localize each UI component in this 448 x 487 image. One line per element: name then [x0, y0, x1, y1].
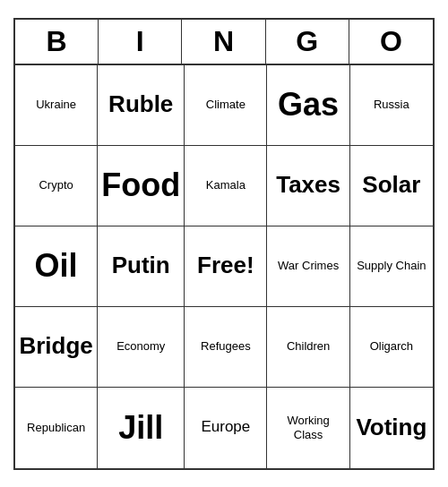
cell-text: Kamala [206, 178, 246, 192]
bingo-cell: Putin [98, 226, 185, 307]
bingo-cell: Kamala [185, 146, 267, 226]
cell-text: Gas [278, 85, 339, 124]
header-letter: I [99, 20, 182, 64]
cell-text: Ruble [108, 90, 173, 118]
bingo-cell: Oil [15, 226, 98, 307]
bingo-cell: Ruble [98, 65, 185, 146]
cell-text: Refugees [201, 339, 251, 354]
cell-text: War Crimes [278, 259, 339, 273]
bingo-cell: Jill [98, 388, 185, 468]
bingo-cell: Solar [350, 146, 433, 226]
bingo-cell: Free! [185, 226, 267, 307]
bingo-cell: War Crimes [267, 226, 349, 307]
cell-text: Jill [118, 408, 163, 447]
cell-text: Voting [356, 414, 426, 441]
cell-text: Bridge [19, 332, 92, 360]
cell-text: Climate [206, 98, 246, 112]
bingo-header: BINGO [15, 20, 433, 65]
cell-text: Russia [374, 98, 409, 112]
cell-text: Solar [362, 171, 420, 199]
cell-text: Free! [197, 252, 254, 279]
cell-text: Putin [112, 252, 170, 279]
bingo-cell: Refugees [185, 307, 267, 388]
header-letter: O [349, 20, 433, 64]
cell-text: Children [287, 339, 330, 354]
bingo-cell: Taxes [267, 146, 349, 226]
bingo-cell: Republican [15, 388, 98, 468]
cell-text: Ukraine [36, 98, 76, 112]
cell-text: Crypto [39, 178, 73, 192]
bingo-cell: Europe [185, 388, 267, 468]
cell-text: Food [101, 166, 180, 204]
bingo-cell: Ukraine [15, 65, 98, 146]
cell-text: Working Class [271, 414, 345, 441]
bingo-cell: Oligarch [350, 307, 433, 388]
cell-text: Republican [27, 421, 85, 435]
header-letter: G [266, 20, 349, 64]
cell-text: Europe [201, 418, 250, 436]
cell-text: Economy [116, 339, 165, 354]
bingo-cell: Climate [185, 65, 267, 146]
header-letter: B [15, 20, 99, 64]
bingo-cell: Crypto [15, 146, 98, 226]
bingo-cell: Economy [98, 307, 185, 388]
bingo-cell: Voting [350, 388, 433, 468]
bingo-cell: Russia [350, 65, 433, 146]
cell-text: Taxes [276, 171, 340, 199]
bingo-grid: UkraineRubleClimateGasRussiaCryptoFoodKa… [15, 65, 433, 468]
bingo-cell: Food [98, 146, 185, 226]
bingo-cell: Bridge [15, 307, 98, 388]
bingo-cell: Working Class [267, 388, 349, 468]
bingo-cell: Gas [267, 65, 349, 146]
bingo-cell: Children [267, 307, 349, 388]
header-letter: N [182, 20, 265, 64]
cell-text: Oil [35, 246, 78, 285]
bingo-card: BINGO UkraineRubleClimateGasRussiaCrypto… [13, 18, 435, 470]
cell-text: Supply Chain [357, 259, 426, 273]
bingo-cell: Supply Chain [350, 226, 433, 307]
cell-text: Oligarch [370, 339, 413, 354]
